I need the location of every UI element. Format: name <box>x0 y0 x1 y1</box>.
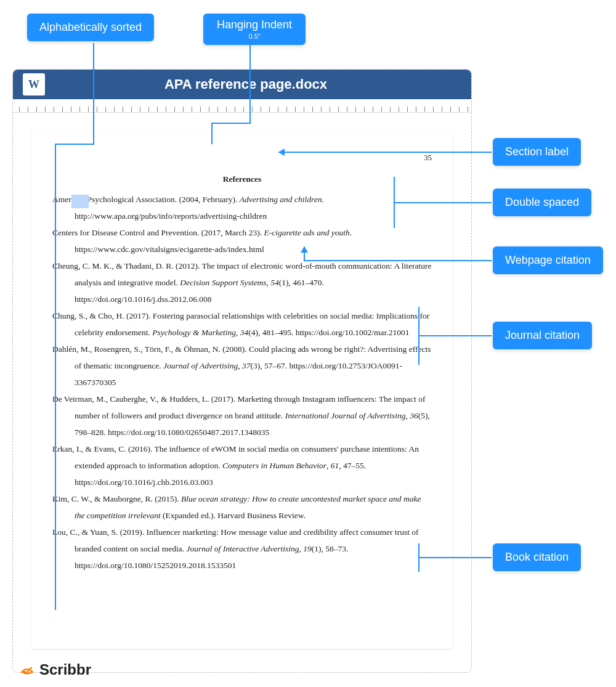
ruler <box>13 99 471 113</box>
tag-section-label: Section label <box>493 138 581 166</box>
references-heading: References <box>52 171 432 187</box>
word-icon <box>23 73 45 96</box>
diagram-container: Alphabetically sorted Hanging Indent 0.5… <box>0 0 616 687</box>
scribbr-logo-icon <box>18 661 36 678</box>
tag-hanging-indent-label: Hanging Indent <box>217 18 292 31</box>
tag-webpage-citation: Webpage citation <box>493 246 603 274</box>
tag-double-spaced: Double spaced <box>493 189 591 216</box>
scribbr-logo-text: Scribbr <box>39 661 91 678</box>
reference-entry: Erkan, I., & Evans, C. (2016). The influ… <box>52 441 432 490</box>
tag-alpha-sorted: Alphabetically sorted <box>27 14 154 41</box>
reference-entry: De Veirman, M., Cauberghe, V., & Hudders… <box>52 391 432 441</box>
reference-entry: American Psychological Association. (200… <box>52 191 432 224</box>
document-titlebar: APA reference page.docx <box>13 70 471 99</box>
reference-entry: Cheung, C. M. K., & Thadani, D. R. (2012… <box>52 258 432 307</box>
document-frame: APA reference page.docx 35 References Am… <box>12 69 472 673</box>
hanging-indent-highlight <box>71 195 89 208</box>
reference-entry: Lou, C., & Yuan, S. (2019). Influencer m… <box>52 524 432 574</box>
tag-hanging-indent: Hanging Indent 0.5" <box>203 14 306 45</box>
reference-entry: Chung, S., & Cho, H. (2017). Fostering p… <box>52 307 432 341</box>
reference-entry: Kim, C. W., & Mauborgne, R. (2015). Blue… <box>52 490 432 524</box>
tag-hanging-indent-sub: 0.5" <box>217 33 292 40</box>
references-list: American Psychological Association. (200… <box>52 191 432 574</box>
page-number: 35 <box>52 150 432 166</box>
document-page: 35 References American Psychological Ass… <box>31 131 453 649</box>
tag-book-citation: Book citation <box>493 543 581 571</box>
document-title: APA reference page.docx <box>45 76 471 92</box>
tag-journal-citation: Journal citation <box>493 322 592 349</box>
logo-area: Scribbr <box>18 661 91 678</box>
reference-entry: Dahlén, M., Rosengren, S., Törn, F., & Ö… <box>52 341 432 391</box>
reference-entry: Centers for Disease Control and Preventi… <box>52 224 432 258</box>
